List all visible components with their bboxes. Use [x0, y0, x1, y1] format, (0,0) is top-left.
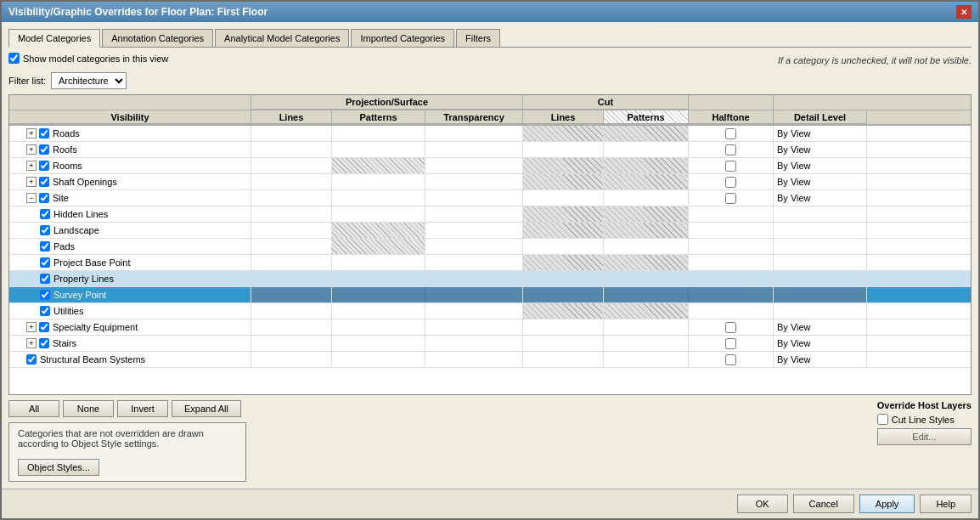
cut-lines-cell[interactable] — [523, 352, 604, 367]
table-row[interactable]: + Roads By View — [9, 126, 971, 142]
cut-patterns-cell[interactable] — [604, 190, 689, 206]
row-checkbox[interactable] — [39, 193, 49, 203]
edit-button[interactable]: Edit... — [877, 428, 972, 445]
lines-cell[interactable] — [251, 206, 332, 222]
patterns-cell[interactable] — [332, 287, 425, 302]
transparency-cell[interactable] — [425, 319, 523, 335]
lines-cell[interactable] — [251, 271, 332, 286]
transparency-cell[interactable] — [425, 174, 523, 189]
halftone-checkbox[interactable] — [725, 177, 736, 188]
halftone-checkbox[interactable] — [725, 193, 736, 204]
transparency-cell[interactable] — [425, 126, 523, 141]
cut-lines-cell[interactable] — [523, 271, 604, 286]
patterns-cell[interactable] — [332, 174, 425, 189]
expand-icon[interactable]: + — [26, 144, 37, 155]
row-checkbox[interactable] — [40, 274, 50, 284]
transparency-cell[interactable] — [425, 223, 523, 238]
cut-patterns-cell[interactable] — [604, 336, 689, 351]
lines-cell[interactable] — [251, 255, 332, 270]
patterns-cell[interactable] — [332, 319, 425, 335]
transparency-cell[interactable] — [425, 190, 523, 206]
tab-model-categories[interactable]: Model Categories — [8, 29, 100, 48]
cut-patterns-cell[interactable] — [604, 319, 689, 335]
patterns-cell[interactable] — [332, 303, 425, 319]
halftone-checkbox[interactable] — [725, 322, 736, 333]
cut-patterns-cell[interactable] — [604, 352, 689, 367]
row-checkbox[interactable] — [39, 177, 49, 187]
expand-all-button[interactable]: Expand All — [172, 400, 241, 417]
cut-patterns-cell[interactable] — [604, 142, 689, 157]
table-row[interactable]: Project Base Point — [9, 255, 971, 271]
transparency-cell[interactable] — [425, 271, 523, 286]
cut-lines-cell[interactable] — [523, 190, 604, 206]
lines-cell[interactable] — [251, 319, 332, 335]
halftone-checkbox[interactable] — [725, 338, 736, 349]
table-row[interactable]: Landscape — [9, 223, 971, 239]
table-row[interactable]: Utilities — [9, 303, 971, 319]
patterns-cell[interactable] — [332, 142, 425, 157]
halftone-checkbox[interactable] — [725, 354, 736, 365]
table-row[interactable]: + Specialty Equipment By View — [9, 319, 971, 336]
expand-icon[interactable]: + — [26, 322, 37, 332]
halftone-cell[interactable] — [689, 174, 774, 189]
halftone-checkbox[interactable] — [725, 144, 736, 155]
row-checkbox[interactable] — [39, 322, 49, 332]
cut-lines-cell[interactable] — [523, 142, 604, 157]
transparency-cell[interactable] — [425, 142, 523, 157]
table-row[interactable]: Survey Point — [9, 287, 971, 303]
expand-icon[interactable]: + — [26, 338, 37, 348]
transparency-cell[interactable] — [425, 336, 523, 351]
table-row[interactable]: Structural Beam Systems By View — [9, 352, 971, 368]
row-checkbox[interactable] — [39, 161, 49, 171]
filter-list-select[interactable]: Architecture — [51, 72, 127, 89]
all-button[interactable]: All — [8, 400, 59, 417]
ok-button[interactable]: OK — [737, 495, 788, 513]
row-checkbox[interactable] — [39, 144, 49, 155]
tab-annotation-categories[interactable]: Annotation Categories — [102, 29, 213, 47]
invert-button[interactable]: Invert — [117, 400, 168, 417]
transparency-cell[interactable] — [425, 287, 523, 302]
row-checkbox[interactable] — [40, 225, 50, 235]
cut-line-styles-checkbox[interactable] — [877, 414, 888, 425]
table-row[interactable]: Hidden Lines — [9, 206, 971, 223]
object-styles-button[interactable]: Object Styles... — [18, 459, 99, 476]
halftone-cell[interactable] — [689, 190, 774, 206]
cut-lines-cell[interactable] — [523, 319, 604, 335]
patterns-cell[interactable] — [332, 206, 425, 222]
none-button[interactable]: None — [63, 400, 114, 417]
transparency-cell[interactable] — [425, 239, 523, 254]
lines-cell[interactable] — [251, 287, 332, 302]
apply-button[interactable]: Apply — [859, 495, 915, 513]
lines-cell[interactable] — [251, 303, 332, 319]
row-checkbox[interactable] — [39, 128, 49, 138]
row-checkbox[interactable] — [40, 241, 50, 252]
patterns-cell[interactable] — [332, 255, 425, 270]
row-checkbox[interactable] — [40, 209, 50, 219]
halftone-cell[interactable] — [689, 352, 774, 367]
cut-patterns-cell[interactable] — [604, 287, 689, 302]
lines-cell[interactable] — [251, 336, 332, 351]
halftone-checkbox[interactable] — [725, 161, 736, 172]
patterns-cell[interactable] — [332, 190, 425, 206]
patterns-cell[interactable] — [332, 271, 425, 286]
transparency-cell[interactable] — [425, 158, 523, 173]
patterns-cell[interactable] — [332, 126, 425, 141]
expand-icon[interactable]: − — [26, 193, 37, 203]
row-checkbox[interactable] — [26, 354, 37, 365]
transparency-cell[interactable] — [425, 352, 523, 367]
lines-cell[interactable] — [251, 223, 332, 238]
table-row[interactable]: + Shaft Openings By View — [9, 174, 971, 190]
cut-patterns-cell[interactable] — [604, 239, 689, 254]
transparency-cell[interactable] — [425, 255, 523, 270]
patterns-cell[interactable] — [332, 336, 425, 351]
halftone-checkbox[interactable] — [725, 128, 736, 139]
tab-analytical-model[interactable]: Analytical Model Categories — [215, 29, 349, 47]
patterns-cell[interactable] — [332, 239, 425, 254]
cut-lines-cell[interactable] — [523, 336, 604, 351]
expand-icon[interactable]: + — [26, 128, 37, 138]
lines-cell[interactable] — [251, 174, 332, 189]
cut-lines-cell[interactable] — [523, 239, 604, 254]
expand-icon[interactable]: + — [26, 177, 37, 187]
halftone-cell[interactable] — [689, 319, 774, 335]
tab-imported-categories[interactable]: Imported Categories — [351, 29, 454, 47]
